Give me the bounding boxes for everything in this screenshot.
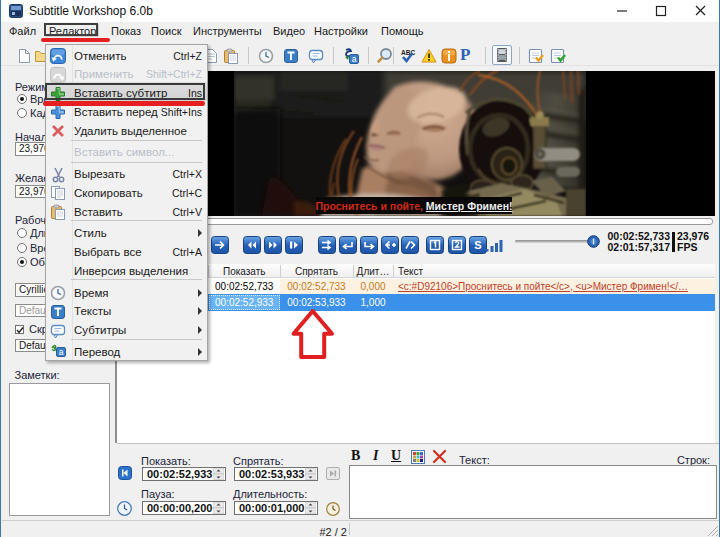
- svg-text:S: S: [474, 239, 481, 251]
- svg-text:a: a: [59, 347, 64, 357]
- svg-text:ABC: ABC: [401, 49, 415, 56]
- svg-text:a: a: [352, 54, 357, 64]
